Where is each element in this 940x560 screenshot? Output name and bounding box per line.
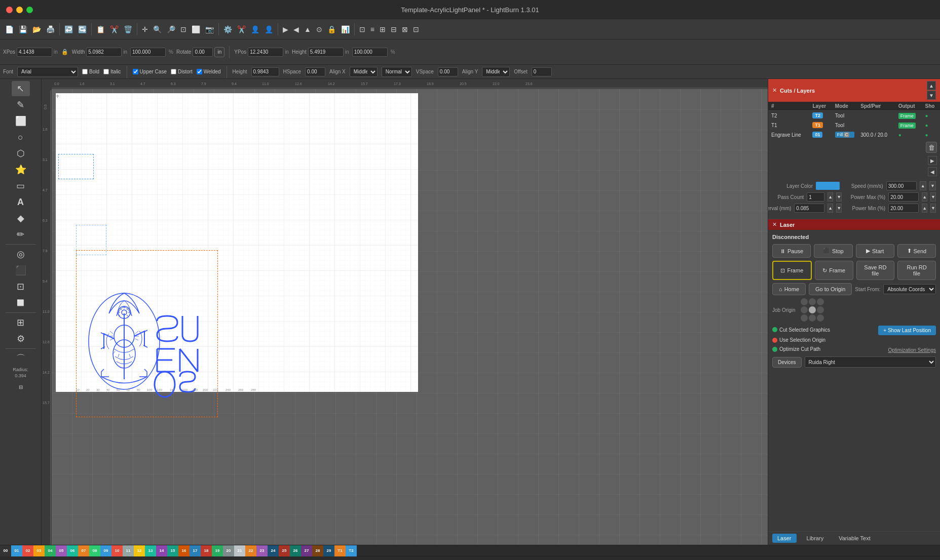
ypos-input[interactable] [248, 48, 283, 57]
origin-dot-mc[interactable] [809, 306, 816, 313]
pass-count-input[interactable] [807, 192, 824, 202]
color-20[interactable]: 20 [223, 545, 234, 556]
width-percent-input[interactable] [130, 48, 166, 57]
user1-button[interactable]: 👤 [249, 24, 261, 35]
pause-button[interactable]: ⏸ Pause [772, 244, 811, 258]
color-05[interactable]: 05 [56, 545, 67, 556]
color-18[interactable]: 18 [201, 545, 212, 556]
point-tool-button[interactable]: ◆ [12, 211, 30, 226]
undo-button[interactable]: ↩️ [62, 24, 75, 35]
italic-checkbox[interactable]: Italic [103, 69, 121, 74]
color-14[interactable]: 14 [156, 545, 167, 556]
lock-button[interactable]: 🔒 [325, 24, 338, 35]
origin-dot-bc[interactable] [809, 314, 816, 322]
maximize-button[interactable] [26, 7, 33, 13]
select-tool-button[interactable]: ↖ [12, 81, 30, 96]
power-min-down-button[interactable]: ▼ [930, 204, 936, 213]
width-input[interactable] [86, 48, 122, 57]
path-button[interactable]: ✂️ [235, 24, 248, 35]
color-06[interactable]: 06 [67, 545, 78, 556]
color-15[interactable]: 15 [167, 545, 178, 556]
origin-dot-br[interactable] [817, 314, 824, 322]
offset-input[interactable] [532, 67, 552, 76]
camera-button[interactable]: 📷 [203, 24, 216, 35]
font-height-input[interactable] [251, 67, 279, 76]
color-27[interactable]: 27 [301, 545, 312, 556]
cut-button[interactable]: ✂️ [108, 24, 121, 35]
minimize-button[interactable] [16, 7, 23, 13]
redo-button[interactable]: ↪️ [76, 24, 89, 35]
interval-up-button[interactable]: ▲ [828, 204, 833, 213]
user2-button[interactable]: 👤 [262, 24, 275, 35]
bezier-button[interactable]: ⌒ [12, 351, 30, 366]
color-29[interactable]: 29 [323, 545, 334, 556]
color-t2[interactable]: T2 [346, 545, 357, 556]
copy-button[interactable]: 📋 [94, 24, 107, 35]
zoom-in-button[interactable]: 🔍 [151, 24, 164, 35]
send-button[interactable]: ⬆ Send [897, 244, 936, 258]
xpos-input[interactable] [17, 48, 52, 57]
pass-count-down-button[interactable]: ▼ [836, 192, 842, 202]
power-min-input[interactable] [888, 204, 919, 213]
canvas-content[interactable]: + [52, 89, 768, 545]
home-button[interactable]: ⌂ Home [772, 283, 806, 295]
interval-down-button[interactable]: ▼ [836, 204, 842, 213]
variable-text-tab[interactable]: Variable Text [834, 534, 876, 543]
color-10[interactable]: 10 [111, 545, 123, 556]
go-to-origin-button[interactable]: Go to Origin [809, 283, 852, 295]
color-11[interactable]: 11 [123, 545, 134, 556]
circle-cut-button[interactable]: ◎ [12, 247, 30, 262]
offset-button[interactable]: ⊡ [12, 279, 30, 294]
show-last-position-button[interactable]: + Show Last Position [878, 326, 936, 335]
align-top-button[interactable]: ⊠ [400, 24, 410, 35]
start-button[interactable]: ▶ Start [856, 244, 894, 258]
laser-tab[interactable]: Laser [772, 534, 797, 543]
table-row[interactable]: T2 T2 Tool Frame ● [768, 111, 940, 121]
color-t1[interactable]: T1 [334, 545, 346, 556]
origin-dot-ml[interactable] [801, 306, 808, 313]
settings-button[interactable]: ⚙️ [221, 24, 234, 35]
bold-checkbox[interactable]: Bold [82, 69, 99, 74]
origin-dot-tr[interactable] [817, 298, 824, 305]
run-rd-button[interactable]: Run RD file [897, 261, 936, 280]
height-percent-input[interactable] [352, 48, 388, 57]
color-28[interactable]: 28 [312, 545, 323, 556]
small-rect-button[interactable]: ⬜ [12, 295, 30, 310]
color-09[interactable]: 09 [100, 545, 111, 556]
interval-input[interactable] [794, 204, 824, 213]
color-03[interactable]: 03 [33, 545, 45, 556]
upper-case-checkbox[interactable]: Upper Case [133, 69, 167, 74]
device-select[interactable]: Ruida Right [805, 356, 936, 368]
grid-tool-button[interactable]: ⊞ [12, 315, 30, 330]
zoom-fit-button[interactable]: ⊡ [178, 24, 189, 35]
radius-adjust-button[interactable]: ⊟ [12, 379, 30, 394]
rotate-input[interactable] [193, 48, 213, 57]
normal-select[interactable]: Normal [382, 67, 412, 77]
row-show[interactable]: ● [922, 111, 940, 121]
move-button[interactable]: ✛ [140, 24, 150, 35]
cuts-layers-close[interactable]: ✕ [772, 87, 777, 94]
polygon-tool-button[interactable]: ⬡ [12, 146, 30, 161]
origin-dot-tc[interactable] [809, 298, 816, 305]
selection-button[interactable]: ⬜ [190, 24, 202, 35]
power-max-up-button[interactable]: ▲ [922, 192, 927, 202]
power-max-input[interactable] [888, 192, 919, 202]
rectangle-tool-button[interactable]: ⬜ [12, 113, 30, 129]
vspace-input[interactable] [438, 67, 458, 76]
stop-button[interactable]: ⬛ Stop [814, 244, 852, 258]
color-02[interactable]: 02 [22, 545, 33, 556]
power-max-down-button[interactable]: ▼ [930, 192, 936, 202]
color-04[interactable]: 04 [45, 545, 56, 556]
frame2-button[interactable]: ↻ Frame [815, 261, 853, 280]
star-tool-button[interactable]: ⭐ [12, 162, 30, 177]
color-08[interactable]: 08 [89, 545, 100, 556]
print-button[interactable]: 🖨️ [44, 24, 57, 35]
table-row[interactable]: T1 T1 Tool Frame ● [768, 121, 940, 130]
library-tab[interactable]: Library [802, 534, 829, 543]
row-show[interactable]: ● [922, 130, 940, 140]
row-show[interactable]: ● [922, 121, 940, 130]
circle-button[interactable]: ⊙ [314, 24, 324, 35]
save-file-button[interactable]: 💾 [17, 24, 29, 35]
color-13[interactable]: 13 [145, 545, 156, 556]
hspace-input[interactable] [305, 67, 325, 76]
